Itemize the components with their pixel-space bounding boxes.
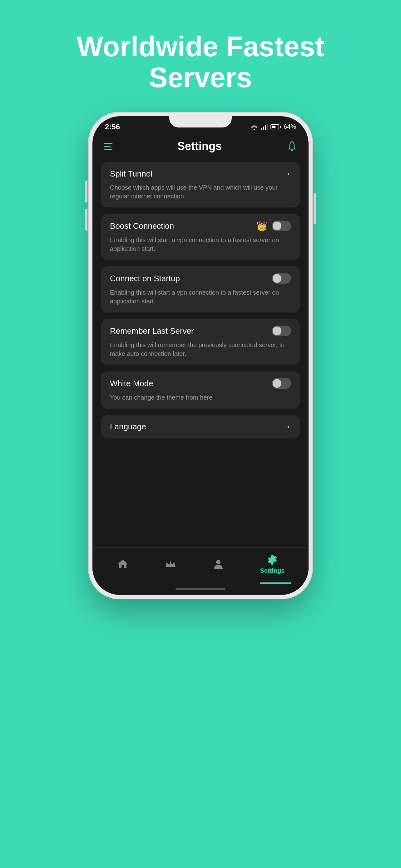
notch [169,116,232,127]
crown-nav-icon [164,558,177,570]
volume-up-button [85,181,88,203]
phone-screen: 2:56 [93,116,308,595]
boost-connection-toggle[interactable] [272,221,291,231]
split-tunnel-description: Choose which apps will use the VPN and w… [110,183,291,200]
language-card[interactable]: Language → [101,415,300,438]
split-tunnel-card[interactable]: Split Tunnel → Choose which apps will us… [101,162,300,208]
split-tunnel-title: Split Tunnel [110,169,153,179]
language-arrow-icon: → [283,422,291,432]
white-mode-title: White Mode [110,379,153,389]
hero-title: Worldwide Fastest Servers [60,31,341,93]
connect-startup-toggle[interactable] [272,273,291,284]
settings-gear-icon [266,553,278,566]
remember-server-description: Enabling this will remember the previous… [110,341,291,358]
remember-server-header: Remember Last Server [110,326,291,336]
nav-item-profile[interactable] [212,558,225,570]
status-time: 2:56 [105,122,120,131]
home-icon [116,558,129,570]
app-header: Settings [93,133,308,159]
signal-icon [261,124,268,130]
phone-mockup: 2:56 [88,112,313,599]
volume-down-button [85,209,88,230]
settings-list: Split Tunnel → Choose which apps will us… [93,159,308,548]
nav-item-premium[interactable] [164,558,177,570]
white-mode-card: White Mode You can change the theme from… [101,371,300,409]
toggle-knob [273,274,281,283]
wifi-icon [250,123,259,130]
menu-line-2 [104,146,110,147]
remember-server-title: Remember Last Server [110,326,194,336]
connect-startup-header: Connect on Startup [110,273,291,284]
svg-point-0 [291,149,293,151]
menu-button[interactable] [104,143,112,150]
connect-startup-description: Enabling this will start a vpn connectio… [110,288,291,306]
menu-line-1 [104,143,112,144]
notification-bell-icon[interactable] [287,141,297,152]
boost-connection-controls: 👑 [257,221,291,231]
nav-settings-label: Settings [260,567,285,574]
crown-premium-icon: 👑 [257,221,267,231]
language-header: Language → [110,422,291,432]
profile-icon [212,558,225,570]
battery-icon [270,124,281,129]
home-bar [175,588,226,590]
menu-line-3 [104,149,112,150]
battery-percent: 64% [283,123,296,130]
phone-content: 2:56 [93,116,308,595]
remember-server-toggle[interactable] [272,326,291,336]
connect-startup-card: Connect on Startup Enabling this will st… [101,266,300,312]
white-mode-description: You can change the theme from here [110,393,291,402]
page-title: Settings [177,140,222,153]
svg-point-1 [216,560,221,564]
toggle-knob [273,221,281,230]
home-indicator [93,584,308,595]
bottom-navigation: Settings [93,548,308,584]
remember-server-card: Remember Last Server Enabling this will … [101,319,300,365]
phone-outer: 2:56 [88,112,313,599]
nav-active-indicator [260,582,291,584]
boost-connection-title: Boost Connection [110,221,174,231]
connect-startup-title: Connect on Startup [110,274,180,283]
nav-item-settings[interactable]: Settings [260,553,285,574]
hero-section: Worldwide Fastest Servers [60,0,341,112]
toggle-knob [273,379,281,388]
language-title: Language [110,422,146,432]
toggle-knob [273,327,281,335]
split-tunnel-arrow-icon: → [283,169,291,179]
power-button [313,193,316,224]
status-icons: 64% [250,123,296,130]
nav-item-home[interactable] [116,558,129,570]
boost-connection-description: Enabling this will start a vpn connectio… [110,236,291,253]
boost-connection-card: Boost Connection 👑 Enabling this will st… [101,214,300,260]
white-mode-toggle[interactable] [272,378,291,389]
boost-connection-header: Boost Connection 👑 [110,221,291,231]
split-tunnel-header: Split Tunnel → [110,169,291,179]
white-mode-header: White Mode [110,378,291,389]
